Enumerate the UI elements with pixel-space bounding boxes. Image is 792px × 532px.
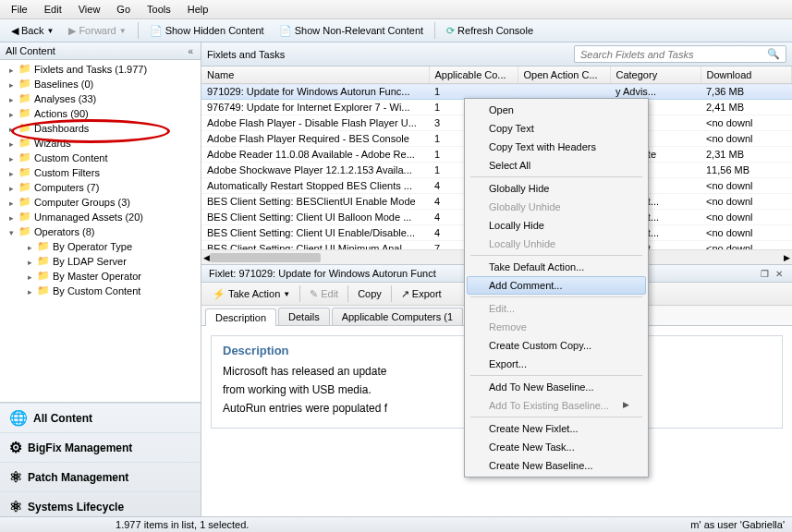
table-row[interactable]: 971029: Update for Windows Autorun Func.…: [201, 84, 792, 100]
search-box[interactable]: 🔍: [574, 45, 786, 63]
menu-item[interactable]: Select All: [467, 156, 646, 175]
description-text: Microsoft has released an update: [223, 365, 386, 378]
sidebar-title: All Content: [6, 45, 55, 56]
menu-item[interactable]: Open: [467, 101, 646, 119]
search-icon[interactable]: 🔍: [767, 48, 780, 60]
expander-icon[interactable]: ▸: [7, 184, 16, 192]
expander-icon[interactable]: ▸: [7, 80, 16, 89]
column-header[interactable]: Category: [610, 66, 701, 84]
expander-icon[interactable]: ▸: [7, 95, 16, 103]
tree-item[interactable]: ▸📁Custom Filters: [0, 165, 201, 180]
expander-icon[interactable]: ▸: [7, 169, 16, 177]
tree-item[interactable]: ▸📁Unmanaged Assets (20): [0, 210, 201, 224]
show-nonrelevant-button[interactable]: 📄Show Non-Relevant Content: [274, 23, 429, 39]
expander-icon[interactable]: ▸: [7, 139, 16, 148]
tree-item[interactable]: ▸📁Baselines (0): [0, 77, 201, 91]
expander-icon[interactable]: ▸: [7, 213, 16, 222]
edit-button[interactable]: ✎Edit: [304, 286, 344, 302]
menu-item[interactable]: Export...: [467, 355, 646, 373]
menu-item[interactable]: Copy Text with Headers: [467, 138, 646, 156]
copy-button[interactable]: Copy: [352, 286, 387, 301]
menu-item[interactable]: Globally Hide: [467, 179, 646, 198]
tree-item[interactable]: ▾📁Operators (8): [0, 224, 201, 239]
column-header[interactable]: Name: [201, 66, 429, 84]
tab[interactable]: Details: [278, 308, 330, 325]
tree-item[interactable]: ▸📁Fixlets and Tasks (1.977): [0, 62, 201, 77]
export-button[interactable]: ↗Export: [396, 286, 447, 302]
nav-label: BigFix Management: [28, 441, 132, 454]
tree-item[interactable]: ▸📁Actions (90): [0, 106, 201, 121]
cell: Adobe Reader 11.0.08 Available - Adobe R…: [201, 147, 429, 163]
tree-item[interactable]: ▸📁Custom Content: [0, 151, 201, 165]
chevron-left-icon[interactable]: «: [186, 46, 195, 56]
nav-bigfix-management[interactable]: ⚙BigFix Management: [0, 432, 201, 462]
tree-item[interactable]: ▸📁By Operator Type: [0, 239, 201, 254]
menu-separator: [470, 296, 642, 297]
menu-file[interactable]: File: [4, 2, 35, 17]
menu-view[interactable]: View: [71, 2, 108, 17]
menu-item[interactable]: Create New Baseline...: [467, 456, 646, 475]
cell: [518, 84, 610, 100]
tree-item[interactable]: ▸📁Computers (7): [0, 180, 201, 195]
take-action-button[interactable]: ⚡Take Action▼: [207, 286, 296, 302]
tree-item[interactable]: ▸📁Analyses (33): [0, 91, 201, 106]
folder-icon: 📁: [18, 211, 31, 224]
forward-button[interactable]: ▶Forward▼: [63, 23, 131, 39]
menu-tools[interactable]: Tools: [140, 2, 178, 17]
expander-icon[interactable]: ▸: [26, 287, 34, 296]
document-icon: 📄: [279, 25, 292, 37]
expander-icon[interactable]: ▸: [7, 125, 16, 133]
column-header[interactable]: Open Action C...: [518, 66, 610, 84]
menu-help[interactable]: Help: [180, 2, 216, 17]
menu-item[interactable]: Add To New Baseline...: [467, 378, 646, 396]
cell: Adobe Shockwave Player 12.1.2.153 Availa…: [201, 163, 429, 178]
menu-item[interactable]: Locally Hide: [467, 216, 646, 235]
menu-item[interactable]: Create New Fixlet...: [467, 419, 646, 438]
menu-item[interactable]: Add Comment...: [467, 276, 646, 295]
folder-icon: 📁: [18, 63, 31, 76]
tree-label: By Operator Type: [53, 241, 132, 252]
tree-item[interactable]: ▸📁By LDAP Server: [0, 254, 201, 269]
tree-label: By LDAP Server: [53, 256, 127, 267]
tree-item[interactable]: ▸📁Wizards: [0, 136, 201, 151]
tab[interactable]: Description: [205, 308, 276, 326]
close-icon[interactable]: ✕: [774, 269, 785, 279]
column-header[interactable]: Applicable Co...: [429, 66, 518, 84]
show-hidden-button[interactable]: 📄Show Hidden Content: [144, 23, 270, 39]
tree-item[interactable]: ▸📁By Master Operator: [0, 269, 201, 284]
menu-separator: [470, 417, 642, 417]
column-header[interactable]: Download: [701, 66, 792, 84]
tree-label: Computers (7): [34, 182, 99, 193]
menu-item[interactable]: Create Custom Copy...: [467, 336, 646, 355]
folder-icon: 📁: [18, 196, 31, 209]
nav-patch-management[interactable]: ⚛Patch Management: [0, 462, 201, 491]
refresh-button[interactable]: ⟳Refresh Console: [441, 23, 539, 39]
tree-item[interactable]: ▸📁Computer Groups (3): [0, 195, 201, 210]
tab[interactable]: Applicable Computers (1: [332, 308, 463, 325]
back-button[interactable]: ◀Back▼: [6, 23, 59, 39]
expander-icon[interactable]: ▸: [26, 272, 34, 281]
expander-icon[interactable]: ▸: [7, 110, 16, 118]
expander-icon[interactable]: ▸: [26, 243, 34, 251]
expander-icon[interactable]: ▸: [7, 66, 16, 74]
expander-icon[interactable]: ▸: [7, 154, 16, 163]
menu-item[interactable]: Copy Text: [467, 119, 646, 138]
expander-icon[interactable]: ▸: [7, 199, 16, 207]
menu-item[interactable]: Create New Task...: [467, 438, 646, 456]
menu-item[interactable]: Take Default Action...: [467, 258, 646, 276]
menu-edit[interactable]: Edit: [37, 2, 69, 17]
expander-icon[interactable]: ▸: [26, 258, 34, 266]
expander-icon[interactable]: ▾: [7, 228, 16, 236]
restore-icon[interactable]: ❐: [759, 269, 771, 279]
cell: <no downl: [701, 115, 792, 131]
scrollbar-thumb[interactable]: [210, 253, 321, 262]
menu-go[interactable]: Go: [109, 2, 138, 17]
menu-separator: [470, 176, 642, 177]
search-input[interactable]: [580, 49, 767, 60]
nav-label: All Content: [33, 412, 92, 425]
sidebar-header: All Content «: [0, 42, 201, 60]
tree-item[interactable]: ▸📁Dashboards: [0, 121, 201, 136]
tree-item[interactable]: ▸📁By Custom Content: [0, 284, 201, 298]
nav-all-content[interactable]: 🌐All Content: [0, 403, 201, 432]
pencil-icon: ✎: [310, 288, 318, 300]
